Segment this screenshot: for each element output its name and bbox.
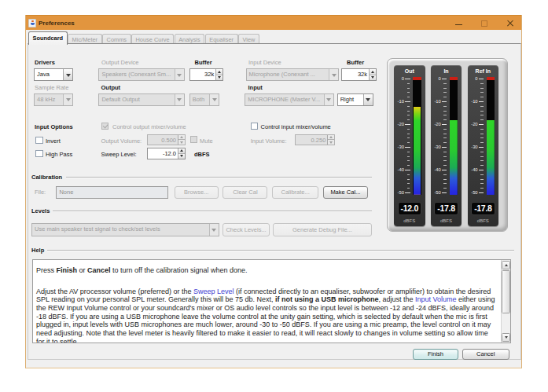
invert-checkbox[interactable] xyxy=(35,137,43,145)
minimize-button[interactable] xyxy=(450,16,467,31)
meter-scale-label: -20 xyxy=(468,122,478,126)
chevron-down-icon xyxy=(209,94,219,105)
java-steam-icon xyxy=(31,20,34,22)
drivers-select[interactable]: Java xyxy=(34,68,73,81)
sweep-level-spinner[interactable]: -12.0 xyxy=(147,148,186,159)
tab-soundcard[interactable]: Soundcard xyxy=(28,31,68,45)
meter-unit: dBFS xyxy=(468,218,499,223)
meter-clip-indicator xyxy=(450,77,458,80)
cancel-button[interactable]: Cancel xyxy=(462,349,510,360)
meter-bar xyxy=(413,77,421,195)
close-button[interactable] xyxy=(502,16,519,31)
input-select: MICROPHONE (Master V... xyxy=(245,93,333,106)
input-channel-select[interactable]: Right xyxy=(337,93,373,106)
output-label: Output xyxy=(101,84,121,91)
help-text-run: or xyxy=(77,266,87,274)
window-title: Preferences xyxy=(39,19,75,27)
minimize-icon xyxy=(455,24,462,25)
meter-bar-fill xyxy=(487,120,495,195)
chevron-down-icon xyxy=(63,94,72,105)
meter-scale-label: -10 xyxy=(394,99,404,104)
meter-scale-label: -50 xyxy=(431,190,441,195)
sample-rate-select: 48 kHz xyxy=(34,93,73,106)
help-text-run: Adjust the AV processor volume (preferre… xyxy=(36,288,193,295)
finish-button[interactable]: Finish xyxy=(413,349,458,360)
levels-group-title: Levels xyxy=(31,207,50,214)
meter-clip-indicator xyxy=(487,77,495,80)
output-volume-label: Output Volume: xyxy=(101,137,142,145)
meter-major-tick xyxy=(479,147,484,148)
meter-scale-label: -40 xyxy=(468,167,478,172)
meter-scale-label: -50 xyxy=(394,190,404,195)
meter-unit: dBFS xyxy=(431,218,462,223)
meter-ref-in: Ref In 0-10-20-30-40-50 -17.8 dBFS xyxy=(468,65,499,226)
meter-minor-ticks xyxy=(443,79,447,193)
meter-major-tick xyxy=(479,124,484,125)
generate-debug-button: Generate Debug File... xyxy=(273,223,373,237)
input-label: Input xyxy=(248,84,263,91)
output-buffer-label: Buffer xyxy=(195,59,212,66)
help-text-area[interactable]: Press Finish or Cancel to turn off the c… xyxy=(32,259,511,343)
check-levels-button: Check Levels... xyxy=(223,223,270,237)
help-paragraph: Adjust the AV processor volume (preferre… xyxy=(36,288,496,343)
help-group-line xyxy=(47,250,514,251)
spin-down-icon[interactable] xyxy=(370,75,376,81)
meter-value: -17.8 xyxy=(471,202,495,215)
mute-label: Mute xyxy=(200,137,213,145)
sweep-level-unit: dBFS xyxy=(194,151,210,158)
scroll-down-icon[interactable] xyxy=(502,333,510,342)
help-scrollbar[interactable] xyxy=(501,260,511,343)
help-bold-text: if not using a USB microphone xyxy=(275,295,379,303)
maximize-icon xyxy=(481,20,487,27)
meter-scale-label: -40 xyxy=(431,167,441,172)
browse-button: Browse... xyxy=(175,186,219,199)
chevron-down-icon xyxy=(63,69,72,80)
meter-scale-label: -40 xyxy=(394,167,404,172)
meter-scale-label: 0 xyxy=(468,76,478,81)
meter-value: -17.8 xyxy=(434,202,458,215)
control-input-mixer-label: Control input mixer/volume xyxy=(261,123,331,130)
spin-down-icon[interactable] xyxy=(178,153,185,159)
meter-scale-label: -50 xyxy=(468,190,478,195)
scrollbar-thumb[interactable] xyxy=(502,270,510,313)
meter-major-tick xyxy=(479,170,484,170)
calibrate-button: Calibrate... xyxy=(272,186,318,199)
maximize-button[interactable] xyxy=(476,16,493,31)
input-buffer-spinner[interactable]: 32k xyxy=(341,68,377,81)
help-text-run: to turn off the calibration signal when … xyxy=(111,266,248,274)
meter-scale-label: -30 xyxy=(431,145,441,149)
meter-major-tick xyxy=(405,124,410,125)
input-device-label: Input Device xyxy=(248,59,281,66)
help-bold-text: Cancel xyxy=(87,266,111,274)
cal-file-field[interactable]: None xyxy=(56,186,168,199)
meter-major-tick xyxy=(442,101,447,102)
help-link[interactable]: Input Volume xyxy=(415,295,457,303)
spin-down-icon xyxy=(328,139,334,145)
input-buffer-label: Buffer xyxy=(347,59,364,66)
meter-major-tick xyxy=(479,192,484,193)
levels-signal-select: Use main speaker test signal to check/se… xyxy=(31,223,219,236)
meter-major-tick xyxy=(405,79,410,79)
mute-checkbox xyxy=(190,136,198,144)
sample-rate-label: Sample Rate xyxy=(35,84,68,91)
help-group-title: Help xyxy=(31,247,44,254)
levels-group-line xyxy=(53,211,372,212)
make-cal-button[interactable]: Make Cal... xyxy=(323,186,368,199)
spin-down-icon[interactable] xyxy=(216,75,223,81)
control-output-mixer-label: Control output mixer/volume xyxy=(112,123,186,130)
chevron-down-icon xyxy=(209,224,219,236)
meter-scale-label: -30 xyxy=(468,145,478,149)
chevron-down-icon xyxy=(363,94,373,105)
meter-scale-label: -10 xyxy=(431,99,441,104)
meter-minor-ticks xyxy=(480,79,484,193)
scroll-up-icon[interactable] xyxy=(502,261,510,269)
meter-major-tick xyxy=(479,101,484,102)
high-pass-checkbox[interactable] xyxy=(35,150,43,158)
help-link[interactable]: Sweep Level xyxy=(193,288,234,295)
title-bar[interactable]: Preferences xyxy=(26,15,521,30)
meter-scale-label: -10 xyxy=(468,99,478,104)
help-text: Press Finish or Cancel to turn off the c… xyxy=(33,260,499,343)
control-input-mixer-checkbox[interactable] xyxy=(251,123,259,130)
output-buffer-spinner[interactable]: 32k xyxy=(189,68,224,81)
meter-major-tick xyxy=(442,79,447,79)
